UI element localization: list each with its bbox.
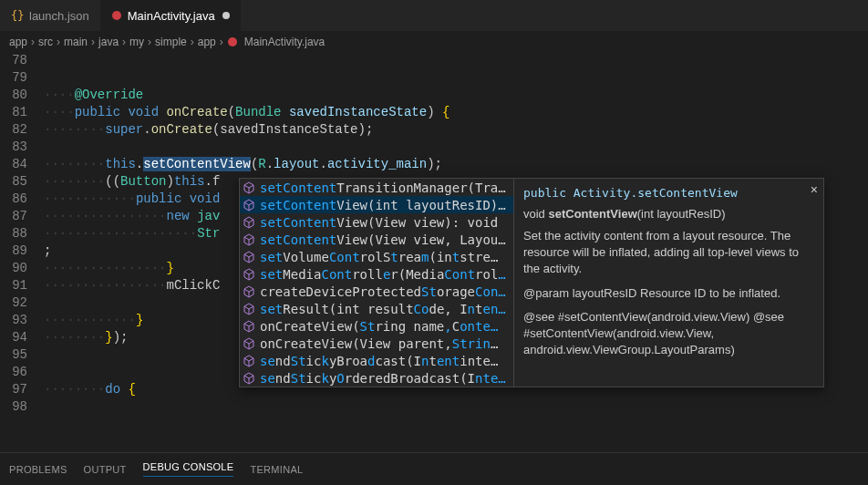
suggestion-item[interactable]: setContentView(View view, Layou… [240, 231, 513, 248]
suggestion-list[interactable]: setContentTransitionManager(Tra…setConte… [240, 179, 513, 387]
crumb-app[interactable]: app [198, 36, 216, 48]
code-line[interactable]: ········this.setContentView(R.layout.act… [44, 156, 868, 173]
line-number: 98 [0, 398, 27, 416]
tab-MainActivity-java[interactable]: MainActivity.java [100, 0, 241, 31]
suggestion-item[interactable]: onCreateView(View parent, Strin… [240, 335, 513, 352]
method-icon [242, 267, 256, 282]
code-line[interactable] [44, 52, 868, 69]
doc-sig-pre: void [523, 207, 548, 221]
code-line[interactable] [44, 398, 868, 416]
line-number: 93 [0, 312, 27, 329]
doc-paragraph: Set the activity content from a layout r… [523, 228, 814, 278]
suggestion-item[interactable]: createDeviceProtectedStorageCon… [240, 283, 513, 300]
method-icon [242, 181, 256, 195]
suggestion-item[interactable]: setVolumeControlStream(int stre… [240, 248, 513, 265]
line-number: 91 [0, 277, 27, 294]
chevron-right-icon: › [148, 36, 151, 48]
method-icon [242, 284, 256, 299]
doc-sig-post: (int layoutResID) [637, 207, 726, 221]
chevron-right-icon: › [191, 36, 194, 48]
method-icon [242, 198, 256, 212]
line-number: 81 [0, 104, 27, 121]
panel-tab-problems[interactable]: PROBLEMS [9, 464, 67, 475]
line-number: 92 [0, 294, 27, 312]
panel-tab-debug-console[interactable]: DEBUG CONSOLE [143, 461, 234, 477]
suggestion-item[interactable]: setResult(int resultCode, Inten… [240, 300, 513, 317]
doc-paragraph: @param layoutResID Resource ID to be inf… [523, 285, 814, 302]
braces-icon: {} [11, 9, 24, 22]
doc-paragraph: @see #setContentView(android.view.View) … [523, 309, 814, 359]
method-icon [242, 232, 256, 247]
code-line[interactable] [44, 139, 868, 156]
line-number: 88 [0, 225, 27, 242]
panel-tab-output[interactable]: OUTPUT [84, 464, 127, 475]
java-icon [111, 10, 122, 21]
line-number: 90 [0, 260, 27, 277]
crumb-my[interactable]: my [129, 36, 144, 48]
close-icon[interactable]: × [811, 182, 818, 197]
suggestion-item[interactable]: setContentTransitionManager(Tra… [240, 179, 513, 196]
crumb-app[interactable]: app [9, 36, 27, 48]
bottom-panel: PROBLEMSOUTPUTDEBUG CONSOLETERMINAL [0, 452, 868, 485]
line-number: 83 [0, 139, 27, 156]
method-icon [242, 250, 256, 264]
doc-sig-name: setContentView [548, 207, 636, 221]
line-number: 80 [0, 87, 27, 104]
suggestion-item[interactable]: setContentView(int layoutResID)… [240, 196, 513, 213]
method-icon [242, 302, 256, 316]
doc-flyout: × public Activity.setContentView void se… [513, 179, 823, 387]
line-number: 85 [0, 173, 27, 191]
line-number: 84 [0, 156, 27, 173]
method-icon [242, 319, 256, 334]
code-line[interactable]: ····@Override [44, 87, 868, 104]
intellisense-popup: setContentTransitionManager(Tra…setConte… [239, 178, 824, 387]
suggestion-item[interactable]: onCreateView(String name, Conte… [240, 317, 513, 335]
code-line[interactable]: ····public void onCreate(Bundle savedIns… [44, 104, 868, 121]
svg-point-2 [228, 37, 237, 46]
chevron-right-icon: › [122, 36, 126, 48]
chevron-right-icon: › [220, 36, 223, 48]
line-number: 96 [0, 364, 27, 381]
crumb-src[interactable]: src [38, 36, 53, 48]
tab-launch-json[interactable]: {}launch.json [0, 0, 100, 31]
tab-label: launch.json [29, 9, 89, 23]
doc-signature: void setContentView(int layoutResID) [523, 207, 814, 221]
line-number: 86 [0, 191, 27, 208]
line-gutter: 7879808182838485868788899091929394959697… [0, 52, 44, 452]
line-number: 79 [0, 69, 27, 87]
method-icon [242, 354, 256, 368]
suggestion-item[interactable]: setMediaController(MediaControl… [240, 265, 513, 283]
line-number: 94 [0, 329, 27, 346]
doc-title: public Activity.setContentView [523, 186, 814, 200]
line-number: 95 [0, 346, 27, 364]
line-number: 82 [0, 121, 27, 139]
line-number: 87 [0, 208, 27, 225]
method-icon [242, 215, 256, 230]
crumb-main[interactable]: main [64, 36, 88, 48]
crumb-file[interactable]: MainActivity.java [227, 36, 325, 48]
chevron-right-icon: › [57, 36, 60, 48]
svg-text:{}: {} [11, 9, 24, 22]
line-number: 89 [0, 242, 27, 260]
line-number: 97 [0, 381, 27, 398]
crumb-simple[interactable]: simple [155, 36, 187, 48]
suggestion-item[interactable]: sendStickyBroadcast(Intent inte… [240, 352, 513, 369]
crumb-java[interactable]: java [98, 36, 119, 48]
code-editor[interactable]: 7879808182838485868788899091929394959697… [0, 52, 868, 452]
tab-label: MainActivity.java [128, 9, 215, 23]
chevron-right-icon: › [31, 36, 35, 48]
tab-bar: {}launch.jsonMainActivity.java [0, 0, 868, 32]
suggestion-item[interactable]: sendStickyOrderedBroadcast(Inte… [240, 369, 513, 387]
suggestion-item[interactable]: setContentView(View view): void [240, 213, 513, 231]
svg-point-1 [112, 11, 121, 20]
dirty-indicator-icon [222, 12, 230, 19]
method-icon [242, 371, 256, 386]
code-line[interactable]: ········super.onCreate(savedInstanceStat… [44, 121, 868, 139]
method-icon [242, 336, 256, 351]
line-number: 78 [0, 52, 27, 69]
chevron-right-icon: › [91, 36, 95, 48]
code-line[interactable] [44, 69, 868, 87]
breadcrumb: app›src›main›java›my›simple›app›MainActi… [0, 32, 868, 52]
panel-tab-terminal[interactable]: TERMINAL [250, 464, 303, 475]
